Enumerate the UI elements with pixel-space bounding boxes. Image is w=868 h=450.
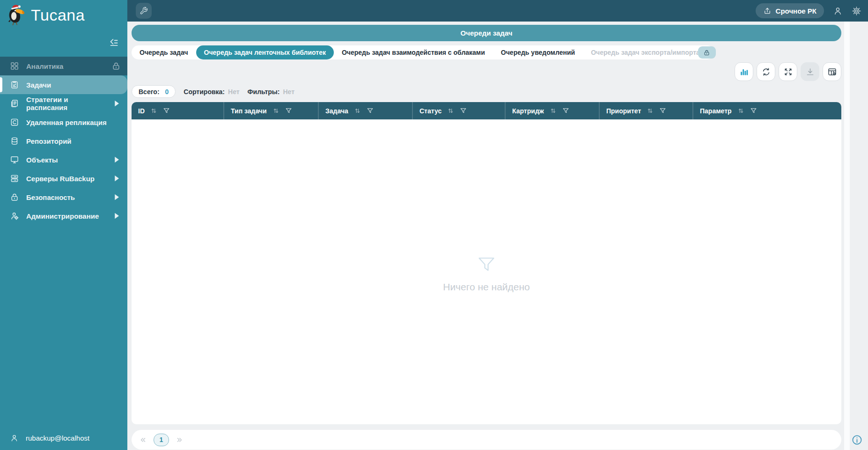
objects-icon [10,155,19,164]
tab-notifications-queue[interactable]: Очередь уведомлений [493,45,583,59]
filter-icon[interactable] [562,107,569,114]
total-counter: Всего: 0 [132,85,176,98]
empty-state: Ничего не найдено [132,254,841,293]
chevron-right-icon [112,174,121,183]
download-icon [805,67,815,77]
pagination: 1 [132,430,841,450]
chart-view-button[interactable] [735,62,753,81]
toucan-logo-icon [6,4,26,26]
filter-icon[interactable] [285,107,292,114]
content-column: Очереди задач Очередь задач Очередь зада… [132,22,841,450]
urgent-backup-label: Срочное РК [776,7,817,15]
bar-chart-icon [739,67,749,77]
page-title-bar: Очереди задач [132,25,841,41]
info-icon[interactable] [851,434,863,446]
column-header-status: Статус [413,102,506,119]
sidebar-item-administration[interactable]: Администрирование [0,207,127,225]
scrollbar-track[interactable] [844,22,850,450]
filter-icon[interactable] [163,107,170,114]
sort-icon[interactable] [353,107,361,115]
filter-icon[interactable] [750,107,757,114]
column-header-task-type: Тип задачи [224,102,319,119]
filters-value: Нет [283,88,294,96]
sidebar-item-label: Серверы RuBackup [26,175,95,183]
sidebar-item-strategies[interactable]: Стратегии и расписания [0,94,127,113]
current-user[interactable]: rubackup@localhost [10,434,89,443]
app-window: Tucana Аналитика Задачи Стратегии и расп… [0,0,868,450]
fullscreen-button[interactable] [779,62,797,81]
sort-icon[interactable] [737,107,745,115]
locked-feature-badge [698,46,716,59]
sort-icon[interactable] [549,107,557,115]
fullscreen-icon [783,67,793,77]
app-title: Tucana [31,6,85,24]
column-header-task: Задача [319,102,413,119]
schedules-icon [10,99,19,108]
refresh-button[interactable] [757,62,775,81]
sidebar-item-tasks[interactable]: Задачи [0,75,127,94]
next-page-icon[interactable] [175,435,184,444]
empty-state-text: Ничего не найдено [443,281,530,293]
column-header-id: ID [132,102,224,119]
main-area: Очереди задач Очередь задач Очередь зада… [127,22,868,450]
sort-icon[interactable] [646,107,654,115]
chevron-right-icon [112,192,121,202]
person-icon [10,434,19,443]
tab-export-import-queue: Очередь задач экспорта/импорта [583,45,714,59]
download-button [801,62,819,81]
lock-icon [111,61,121,71]
filters-label: Фильтры: [248,88,280,96]
sidebar-item-analytics[interactable]: Аналитика [0,57,127,75]
tasks-icon [10,80,19,89]
sidebar-nav: Аналитика Задачи Стратегии и расписания … [0,57,127,225]
tab-task-queue[interactable]: Очередь задач [132,45,196,59]
sidebar-item-servers[interactable]: Серверы RuBackup [0,169,127,188]
filter-icon[interactable] [659,107,666,114]
admin-icon [10,211,19,221]
total-label: Всего: [139,88,160,96]
table-toolbar [132,62,841,81]
sidebar-item-label: Задачи [26,81,51,89]
total-value: 0 [165,88,169,96]
tab-cloud-queue[interactable]: Очередь задач взаимодействия с облаками [334,45,493,59]
replication-icon [10,118,19,127]
sidebar-item-objects[interactable]: Объекты [0,150,127,169]
column-header-priority: Приоритет [600,102,693,119]
filter-icon[interactable] [367,107,374,114]
sidebar-item-remote-replication[interactable]: Удаленная репликация [0,113,127,132]
sidebar-item-repository[interactable]: Репозиторий [0,132,127,150]
chevron-right-icon [112,99,121,108]
sidebar-item-label: Аналитика [26,62,63,70]
urgent-backup-button[interactable]: Срочное РК [756,3,824,18]
person-icon[interactable] [833,6,843,16]
tab-tape-library-queue[interactable]: Очередь задач ленточных библиотек [196,45,334,59]
sort-status: Сортировка: Нет [184,88,239,96]
column-label: Картридж [512,107,544,115]
sort-value: Нет [228,88,240,96]
tools-button[interactable] [136,3,152,19]
gear-icon[interactable] [852,6,861,16]
grid-icon [10,61,19,71]
current-user-label: rubackup@localhost [26,434,89,442]
collapse-sidebar-icon[interactable] [108,36,120,48]
sidebar: Tucana Аналитика Задачи Стратегии и расп… [0,0,127,450]
queue-tabs: Очередь задач Очередь задач ленточных би… [132,45,714,59]
sort-icon[interactable] [447,107,455,115]
column-label: Тип задачи [231,107,267,115]
current-page-button[interactable]: 1 [154,434,169,446]
table-settings-button[interactable] [823,62,841,81]
sidebar-item-security[interactable]: Безопасность [0,188,127,207]
lock-icon [10,192,19,202]
filter-icon[interactable] [460,107,467,114]
column-header-parameter: Параметр [693,102,841,119]
previous-page-icon[interactable] [139,435,147,444]
page-title: Очереди задач [461,29,513,37]
repository-icon [10,136,19,146]
table-header: ID Тип задачи Задача Статус [132,102,841,119]
sort-icon[interactable] [272,107,280,115]
table-settings-icon [827,67,837,77]
column-label: Параметр [700,107,732,115]
filters-status: Фильтры: Нет [248,88,294,96]
table-body: Ничего не найдено [132,119,841,424]
sort-icon[interactable] [150,107,158,115]
